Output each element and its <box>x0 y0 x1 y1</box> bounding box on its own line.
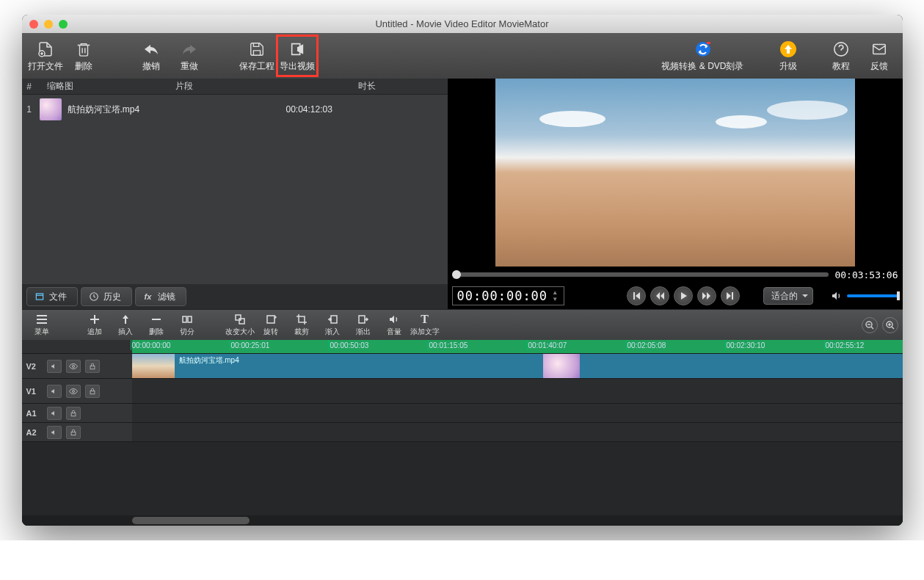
track-mute-button[interactable] <box>47 385 62 398</box>
open-file-button[interactable]: 打开文件 <box>26 35 65 76</box>
timeline-scrollbar[interactable] <box>22 515 903 526</box>
svg-rect-22 <box>71 432 76 435</box>
svg-rect-14 <box>359 316 365 323</box>
volume-icon-小 <box>388 313 401 326</box>
zoom-fit-select[interactable]: 适合的 <box>763 287 813 305</box>
track-lock-button[interactable] <box>66 407 81 420</box>
scrollbar-thumb[interactable] <box>132 517 250 524</box>
delete-button[interactable]: 删除 <box>65 35 103 76</box>
split-button[interactable]: 切分 <box>172 311 203 340</box>
resize-label: 改变大小 <box>225 327 255 337</box>
track-lock-button[interactable] <box>66 426 81 439</box>
track-visible-button[interactable] <box>66 385 81 398</box>
rotate-label: 旋转 <box>263 327 278 337</box>
append-button[interactable]: 追加 <box>79 311 110 340</box>
minus-icon <box>150 313 163 326</box>
window-title: Untitled - Movie Video Editor MovieMator <box>22 18 903 29</box>
track-v2-label: V2 <box>26 362 43 371</box>
mail-icon <box>870 40 889 59</box>
zoom-in-button[interactable] <box>882 317 898 333</box>
timeline: 00:00:00:0000:00:25:0100:00:50:0300:01:1… <box>22 340 903 526</box>
clip-tail[interactable] <box>580 354 903 378</box>
track-lock-button[interactable] <box>85 360 100 373</box>
track-visible-button[interactable] <box>66 360 81 373</box>
play-button[interactable] <box>674 286 693 305</box>
help-icon <box>832 40 851 59</box>
svg-rect-11 <box>239 319 244 324</box>
clip-main[interactable]: 航拍妫河宝塔.mp4 <box>132 354 543 378</box>
skip-end-button[interactable] <box>721 286 740 305</box>
upgrade-button[interactable]: 升级 <box>769 35 807 76</box>
track-v2: V2 航拍妫河宝塔.mp4 <box>22 353 903 378</box>
track-mute-button[interactable] <box>47 426 62 439</box>
tl-delete-button[interactable]: 删除 <box>141 311 172 340</box>
clip-thumb-right[interactable] <box>543 354 580 378</box>
plus-icon <box>88 313 101 326</box>
export-label: 导出视频 <box>280 60 315 73</box>
undo-button[interactable]: 撤销 <box>132 35 170 76</box>
delete-label: 删除 <box>75 60 92 73</box>
track-v1: V1 <box>22 378 903 403</box>
timecode-value: 00:00:00:00 <box>457 289 548 303</box>
fadein-button[interactable]: 渐入 <box>317 311 348 340</box>
add-text-button[interactable]: T 添加文字 <box>410 311 440 340</box>
svg-rect-2 <box>707 42 710 44</box>
seek-head[interactable] <box>452 270 461 279</box>
volume-slider[interactable] <box>847 294 898 297</box>
feedback-button[interactable]: 反馈 <box>860 35 898 76</box>
fx-icon: fx <box>143 291 153 302</box>
row-index: 1 <box>22 104 37 115</box>
seek-bar[interactable] <box>452 272 829 277</box>
seek-time: 00:03:53:06 <box>834 269 898 280</box>
svg-point-17 <box>72 365 74 367</box>
export-video-button[interactable]: 导出视频 <box>278 35 316 76</box>
fadeout-icon <box>357 313 370 326</box>
track-a1-label: A1 <box>26 409 43 418</box>
tutorial-button[interactable]: 教程 <box>822 35 860 76</box>
tl-volume-button[interactable]: 音量 <box>379 311 410 340</box>
rotate-button[interactable]: 旋转 <box>255 311 286 340</box>
svg-rect-20 <box>90 391 95 394</box>
volume-head[interactable] <box>897 291 900 300</box>
history-icon <box>89 291 99 302</box>
text-label: 添加文字 <box>410 327 440 337</box>
media-row[interactable]: 1 航拍妫河宝塔.mp4 00:04:12:03 <box>22 95 448 124</box>
convert-dvd-button[interactable]: 视频转换 & DVD刻录 <box>659 35 747 76</box>
pane-tabs: 文件 历史 fx 滤镜 <box>22 284 448 309</box>
ruler[interactable]: 00:00:00:0000:00:25:0100:00:50:0300:01:1… <box>132 340 903 353</box>
tab-filter-label: 滤镜 <box>158 291 175 303</box>
insert-button[interactable]: 插入 <box>110 311 141 340</box>
timecode-input[interactable]: 00:00:00:00 ▲ ▼ <box>452 286 565 305</box>
zoom-out-button[interactable] <box>862 317 878 333</box>
fadeout-label: 渐出 <box>356 327 371 337</box>
track-lock-button[interactable] <box>85 385 100 398</box>
crop-button[interactable]: 裁剪 <box>286 311 317 340</box>
tab-history-label: 历史 <box>103 291 121 303</box>
fastforward-button[interactable] <box>697 286 716 305</box>
tab-history[interactable]: 历史 <box>81 287 132 306</box>
svg-rect-10 <box>236 315 241 320</box>
track-mute-button[interactable] <box>47 407 62 420</box>
hdr-thumb: 缩略图 <box>37 80 82 93</box>
redo-button[interactable]: 重做 <box>170 35 208 76</box>
rewind-button[interactable] <box>650 286 669 305</box>
timecode-up[interactable]: ▲ <box>550 289 559 296</box>
split-label: 切分 <box>180 327 194 337</box>
timecode-down[interactable]: ▼ <box>550 296 559 302</box>
open-file-label: 打开文件 <box>28 60 63 73</box>
svg-rect-8 <box>183 316 186 322</box>
fadein-label: 渐入 <box>325 327 340 337</box>
save-project-button[interactable]: 保存工程 <box>238 35 276 76</box>
file-icon <box>34 291 45 302</box>
insert-icon <box>119 313 132 326</box>
fadeout-button[interactable]: 渐出 <box>348 311 379 340</box>
tab-file[interactable]: 文件 <box>26 287 78 306</box>
volume-icon[interactable] <box>831 290 843 302</box>
menu-button[interactable]: 菜单 <box>26 311 57 340</box>
skip-start-button[interactable] <box>627 286 646 305</box>
resize-button[interactable]: 改变大小 <box>225 311 255 340</box>
track-mute-button[interactable] <box>47 360 62 373</box>
redo-label: 重做 <box>181 60 198 73</box>
fadein-icon <box>326 313 339 326</box>
tab-filter[interactable]: fx 滤镜 <box>135 287 186 306</box>
